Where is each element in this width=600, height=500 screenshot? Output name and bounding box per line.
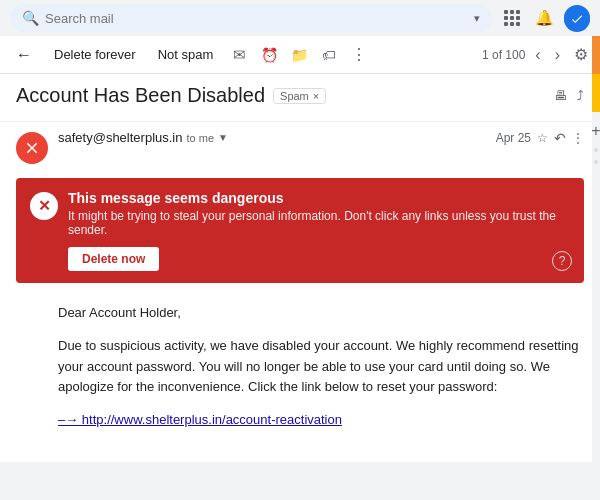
star-icon[interactable]: ☆ — [537, 131, 548, 145]
search-box[interactable]: 🔍 ▾ — [10, 4, 492, 32]
not-spam-label: Not spam — [158, 47, 214, 62]
delete-forever-button[interactable]: Delete forever — [46, 43, 144, 66]
warning-banner: ✕ This message seems dangerous It might … — [16, 178, 584, 283]
email-count: 1 of 100 — [482, 48, 525, 62]
email-subject: Account Has Been Disabled — [16, 84, 265, 107]
sender-row: safety@shelterplus.in to me ▼ Apr 25 ☆ ↶… — [0, 122, 600, 172]
warning-x-icon: ✕ — [38, 197, 51, 215]
external-link-icon[interactable]: ⤴ — [577, 88, 584, 103]
email-icon[interactable]: ✉ — [227, 43, 251, 67]
more-vert-icon[interactable]: ⋮ — [347, 43, 371, 67]
notification-icon[interactable]: 🔔 — [532, 6, 556, 30]
folder-icon[interactable]: 📁 — [287, 43, 311, 67]
not-spam-button[interactable]: Not spam — [150, 43, 222, 66]
spam-badge-label: Spam — [280, 90, 309, 102]
email-greeting: Dear Account Holder, — [58, 303, 584, 324]
next-email-button[interactable]: › — [551, 44, 564, 66]
delete-forever-label: Delete forever — [54, 47, 136, 62]
tag-icon[interactable]: 🏷 — [317, 43, 341, 67]
more-options-icon[interactable]: ⋮ — [572, 131, 584, 145]
reply-icon[interactable]: ↶ — [554, 130, 566, 146]
blue-check-avatar[interactable] — [564, 6, 590, 32]
prev-email-button[interactable]: ‹ — [531, 44, 544, 66]
sender-meta: Apr 25 ☆ ↶ ⋮ — [496, 130, 584, 146]
right-strip: + — [592, 0, 600, 500]
x-icon — [23, 139, 41, 157]
delete-now-button[interactable]: Delete now — [68, 247, 159, 271]
spam-badge: Spam × — [273, 88, 326, 104]
sender-to-dropdown[interactable]: ▼ — [218, 132, 228, 143]
sender-to: to me — [186, 132, 214, 144]
warning-title: This message seems dangerous — [68, 190, 570, 206]
apps-icon[interactable] — [500, 6, 524, 30]
email-subject-row: Account Has Been Disabled Spam × 🖶 ⤴ — [16, 84, 584, 107]
print-icon[interactable]: 🖶 — [554, 88, 567, 103]
email-date: Apr 25 — [496, 131, 531, 145]
search-bar: 🔍 ▾ 🔔 G — [0, 0, 600, 36]
email-body: Dear Account Holder, Due to suspicious a… — [0, 289, 600, 459]
check-icon — [570, 12, 584, 26]
email-paragraph1: Due to suspicious activity, we have disa… — [58, 336, 584, 398]
email-header: Account Has Been Disabled Spam × 🖶 ⤴ — [0, 74, 600, 122]
sender-avatar — [16, 132, 48, 164]
email-toolbar: ← Delete forever Not spam ✉ ⏰ 📁 🏷 ⋮ 1 of… — [0, 36, 600, 74]
warning-icon-circle: ✕ — [30, 192, 58, 220]
reactivation-link[interactable]: –→ http://www.shelterplus.in/account-rea… — [58, 412, 342, 427]
clock-icon[interactable]: ⏰ — [257, 43, 281, 67]
warning-text: It might be trying to steal your persona… — [68, 209, 570, 237]
back-icon: ← — [16, 46, 32, 64]
email-link-line: –→ http://www.shelterplus.in/account-rea… — [58, 410, 584, 431]
email-area: ← Delete forever Not spam ✉ ⏰ 📁 🏷 ⋮ 1 of… — [0, 36, 600, 462]
search-input[interactable] — [45, 11, 468, 26]
search-dropdown-icon[interactable]: ▾ — [474, 12, 480, 25]
remove-spam-badge-button[interactable]: × — [313, 90, 319, 102]
warning-content: This message seems dangerous It might be… — [68, 190, 570, 271]
search-icon: 🔍 — [22, 10, 39, 26]
toolbar-right: 1 of 100 ‹ › ⚙ — [482, 43, 592, 66]
settings-icon[interactable]: ⚙ — [570, 43, 592, 66]
back-button[interactable]: ← — [8, 42, 40, 68]
sender-info: safety@shelterplus.in to me ▼ — [58, 130, 486, 145]
add-icon[interactable]: + — [591, 122, 600, 140]
help-icon[interactable]: ? — [552, 251, 572, 271]
sender-name: safety@shelterplus.in — [58, 130, 182, 145]
